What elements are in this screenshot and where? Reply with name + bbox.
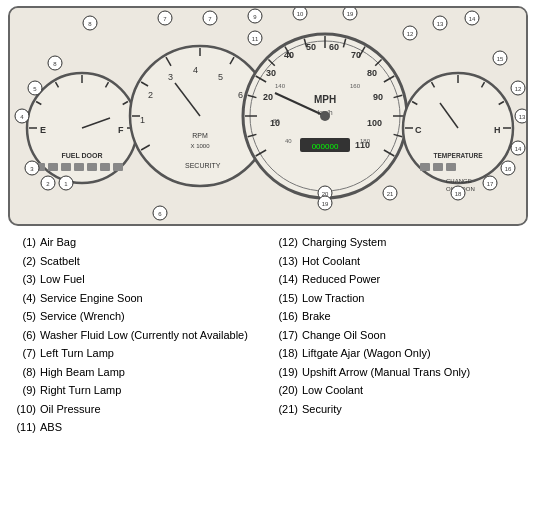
legend-text-17: Change Oil Soon [302, 327, 386, 344]
svg-text:80: 80 [367, 68, 377, 78]
svg-text:50: 50 [306, 42, 316, 52]
svg-rect-104 [446, 163, 456, 171]
legend-item-20: (20) Low Coolant [278, 382, 520, 399]
svg-text:100: 100 [367, 118, 382, 128]
svg-text:5: 5 [218, 72, 223, 82]
svg-text:60: 60 [329, 42, 339, 52]
svg-text:FUEL DOOR: FUEL DOOR [61, 152, 102, 159]
svg-rect-103 [433, 163, 443, 171]
legend-text-6: Washer Fluid Low (Currently not Availabl… [40, 327, 248, 344]
svg-text:11: 11 [252, 36, 259, 42]
legend-text-3: Low Fuel [40, 271, 85, 288]
legend-item-5: (5) Service (Wrench) [16, 308, 258, 325]
legend-num-18: (18) [278, 345, 298, 362]
cluster-illustration: E F FUEL DOOR 3 2 1 [8, 6, 528, 226]
svg-rect-17 [87, 163, 97, 171]
legend-item-1: (1) Air Bag [16, 234, 258, 251]
svg-text:30: 30 [266, 68, 276, 78]
legend-num-16: (16) [278, 308, 298, 325]
legend-item-13: (13) Hot Coolant [278, 253, 520, 270]
svg-rect-18 [100, 163, 110, 171]
legend-text-19: Upshift Arrow (Manual Trans Only) [302, 364, 470, 381]
svg-text:14: 14 [515, 146, 522, 152]
legend-text-16: Brake [302, 308, 331, 325]
legend-item-3: (3) Low Fuel [16, 271, 258, 288]
legend-text-4: Service Engine Soon [40, 290, 143, 307]
legend-num-9: (9) [16, 382, 36, 399]
svg-text:13: 13 [437, 21, 444, 27]
svg-rect-102 [420, 163, 430, 171]
legend-text-11: ABS [40, 419, 62, 436]
svg-text:1: 1 [140, 115, 145, 125]
svg-point-87 [320, 111, 330, 121]
svg-text:20: 20 [263, 92, 273, 102]
legend-item-18: (18) Liftgate Ajar (Wagon Only) [278, 345, 520, 362]
svg-text:14: 14 [469, 16, 476, 22]
svg-text:16: 16 [505, 166, 512, 172]
svg-text:H: H [494, 125, 501, 135]
legend-num-1: (1) [16, 234, 36, 251]
legend-text-7: Left Turn Lamp [40, 345, 114, 362]
legend-item-14: (14) Reduced Power [278, 271, 520, 288]
svg-text:13: 13 [519, 114, 526, 120]
svg-rect-14 [48, 163, 58, 171]
legend-text-2: Scatbelt [40, 253, 80, 270]
svg-text:6: 6 [238, 90, 243, 100]
legend-num-13: (13) [278, 253, 298, 270]
svg-text:CHANGE: CHANGE [446, 178, 472, 184]
legend-item-12: (12) Charging System [278, 234, 520, 251]
legend-item-16: (16) Brake [278, 308, 520, 325]
svg-text:12: 12 [515, 86, 522, 92]
svg-text:90: 90 [373, 92, 383, 102]
legend-text-15: Low Traction [302, 290, 364, 307]
legend-item-11: (11) ABS [16, 419, 258, 436]
legend-num-10: (10) [16, 401, 36, 418]
svg-text:40: 40 [284, 50, 294, 60]
legend-num-5: (5) [16, 308, 36, 325]
cluster-svg: E F FUEL DOOR 3 2 1 [10, 8, 528, 223]
legend-item-19: (19) Upshift Arrow (Manual Trans Only) [278, 364, 520, 381]
legend-num-11: (11) [16, 419, 36, 436]
legend-item-10: (10) Oil Pressure [16, 401, 258, 418]
svg-text:70: 70 [351, 50, 361, 60]
legend-num-7: (7) [16, 345, 36, 362]
legend-text-14: Reduced Power [302, 271, 380, 288]
svg-text:17: 17 [487, 181, 494, 187]
svg-rect-15 [61, 163, 71, 171]
legend-text-1: Air Bag [40, 234, 76, 251]
legend-num-2: (2) [16, 253, 36, 270]
svg-text:19: 19 [322, 201, 329, 207]
legend-item-8: (8) High Beam Lamp [16, 364, 258, 381]
svg-text:160: 160 [350, 83, 361, 89]
legend-num-8: (8) [16, 364, 36, 381]
svg-text:RPM: RPM [192, 132, 208, 139]
svg-text:F: F [118, 125, 124, 135]
legend-num-6: (6) [16, 327, 36, 344]
legend-text-13: Hot Coolant [302, 253, 360, 270]
svg-rect-19 [113, 163, 123, 171]
legend-text-9: Right Turn Lamp [40, 382, 121, 399]
svg-text:21: 21 [387, 191, 394, 197]
legend-num-4: (4) [16, 290, 36, 307]
svg-text:4: 4 [193, 65, 198, 75]
legend-container: (1) Air Bag (12) Charging System (2) Sca… [0, 230, 536, 440]
svg-text:180: 180 [360, 138, 371, 144]
svg-text:MPH: MPH [314, 94, 336, 105]
legend-text-10: Oil Pressure [40, 401, 101, 418]
legend-text-20: Low Coolant [302, 382, 363, 399]
legend-item-17: (17) Change Oil Soon [278, 327, 520, 344]
svg-text:E: E [40, 125, 46, 135]
svg-text:C: C [415, 125, 422, 135]
svg-text:140: 140 [275, 83, 286, 89]
legend-item-7: (7) Left Turn Lamp [16, 345, 258, 362]
svg-text:2: 2 [148, 90, 153, 100]
svg-rect-16 [74, 163, 84, 171]
legend-item-6: (6) Washer Fluid Low (Currently not Avai… [16, 327, 258, 344]
svg-text:10: 10 [297, 11, 304, 17]
legend-num-17: (17) [278, 327, 298, 344]
legend-item-empty [278, 419, 520, 436]
svg-text:3: 3 [168, 72, 173, 82]
svg-text:SECURITY: SECURITY [185, 162, 221, 169]
legend-text-21: Security [302, 401, 342, 418]
dashboard-container: E F FUEL DOOR 3 2 1 [0, 6, 536, 440]
